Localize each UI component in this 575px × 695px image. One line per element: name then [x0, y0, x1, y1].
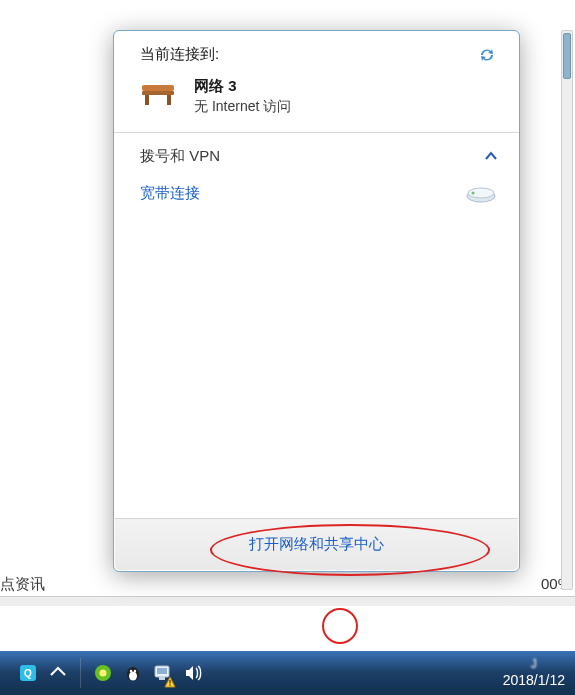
popup-title: 当前连接到:	[140, 45, 219, 64]
scrollbar-thumb[interactable]	[563, 33, 571, 79]
popup-footer: 打开网络和共享中心	[115, 518, 518, 570]
section-title: 拨号和 VPN	[140, 147, 220, 166]
network-status: 无 Internet 访问	[194, 98, 291, 116]
vertical-scrollbar[interactable]	[561, 30, 573, 590]
svg-text:Q: Q	[24, 668, 32, 679]
connection-label: 宽带连接	[140, 184, 200, 203]
modem-icon	[465, 182, 497, 204]
network-flyout: 当前连接到: 网络 3 无 Internet 访问	[113, 30, 520, 572]
dialup-vpn-section-header[interactable]: 拨号和 VPN	[114, 133, 519, 166]
tray-network-icon[interactable]	[153, 663, 173, 683]
refresh-icon[interactable]	[477, 45, 497, 65]
tray-separator	[80, 658, 81, 688]
svg-point-10	[100, 670, 107, 677]
tray-app-icon[interactable]: Q	[18, 663, 38, 683]
browser-status-strip	[0, 596, 575, 606]
tray-overflow-chevron-icon[interactable]	[48, 663, 68, 683]
svg-rect-0	[142, 85, 174, 91]
broadband-connection-item[interactable]: 宽带连接	[114, 166, 519, 204]
clock-time: J	[503, 657, 565, 671]
annotation-ellipse-tray-network	[322, 608, 358, 644]
svg-point-6	[472, 192, 475, 195]
taskbar-clock[interactable]: J 2018/1/12	[503, 657, 565, 688]
network-category-icon	[140, 77, 180, 109]
svg-point-14	[134, 670, 136, 672]
svg-rect-3	[167, 95, 171, 105]
clock-date: 2018/1/12	[503, 672, 565, 688]
background-text-fragment: 点资讯	[0, 575, 45, 594]
svg-point-13	[130, 670, 132, 672]
tray-safe-icon[interactable]	[93, 663, 113, 683]
svg-rect-2	[145, 95, 149, 105]
tray-volume-icon[interactable]	[183, 663, 203, 683]
tray-penguin-icon[interactable]	[123, 663, 143, 683]
svg-rect-19	[169, 684, 170, 685]
open-network-center-link[interactable]: 打开网络和共享中心	[249, 535, 384, 554]
svg-rect-1	[142, 91, 174, 95]
taskbar: Q J 2018/	[0, 651, 575, 695]
alert-badge-icon	[164, 674, 176, 686]
network-name: 网络 3	[194, 77, 291, 96]
svg-point-12	[129, 672, 137, 681]
svg-rect-18	[169, 680, 170, 684]
chevron-up-icon	[485, 150, 497, 164]
